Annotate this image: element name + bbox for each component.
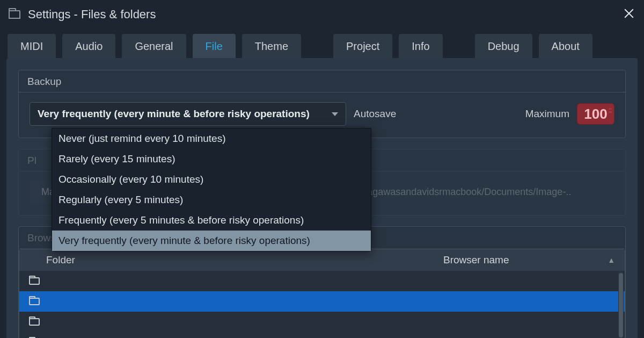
column-folder[interactable]: Folder xyxy=(46,254,443,266)
plugins-partial-header: Pl xyxy=(27,155,36,167)
scroll-thumb[interactable] xyxy=(619,273,623,337)
sort-up-icon[interactable]: ▲ xyxy=(608,256,615,264)
table-row[interactable] xyxy=(19,332,625,338)
tab-debug[interactable]: Debug xyxy=(475,34,532,58)
autosave-option[interactable]: Rarely (every 15 minutes) xyxy=(52,149,371,169)
table-header: Folder Browser name ▲ xyxy=(19,249,625,271)
autosave-option[interactable]: Regularly (every 5 minutes) xyxy=(52,190,371,210)
tab-bar: MIDI Audio General File Theme Project In… xyxy=(0,29,644,58)
table-body xyxy=(19,271,625,338)
autosave-option[interactable]: Frequently (every 5 minutes & before ris… xyxy=(52,210,371,231)
table-row[interactable] xyxy=(19,271,625,291)
window-title: Settings - Files & folders xyxy=(28,8,156,21)
close-icon[interactable] xyxy=(624,8,634,18)
column-browser-name[interactable]: Browser name xyxy=(443,254,608,266)
scrollbar[interactable] xyxy=(618,271,624,338)
backup-header: Backup xyxy=(19,70,625,92)
autosave-option[interactable]: Very frequently (every minute & before r… xyxy=(52,231,371,251)
autosave-dropdown[interactable]: Very frequently (every minute & before r… xyxy=(30,102,346,126)
tab-file[interactable]: File xyxy=(193,34,236,58)
autosave-selected-text: Very frequently (every minute & before r… xyxy=(38,108,310,120)
maximum-label: Maximum xyxy=(525,108,569,120)
tab-audio[interactable]: Audio xyxy=(62,34,115,58)
tab-info[interactable]: Info xyxy=(399,34,442,58)
folder-icon xyxy=(29,277,40,285)
tab-general[interactable]: General xyxy=(122,34,186,58)
tab-about[interactable]: About xyxy=(539,34,592,58)
autosave-option[interactable]: Occasionally (every 10 minutes) xyxy=(52,169,371,190)
maximum-value-field[interactable]: 100 xyxy=(577,103,614,125)
autosave-dropdown-popup: Never (just remind every 10 minutes) Rar… xyxy=(52,128,371,251)
folder-icon xyxy=(29,318,40,326)
autosave-option[interactable]: Never (just remind every 10 minutes) xyxy=(52,128,371,149)
table-row[interactable] xyxy=(19,291,625,312)
folder-icon xyxy=(29,298,40,305)
folder-icon xyxy=(9,10,20,19)
tab-midi[interactable]: MIDI xyxy=(8,34,56,58)
browser-folders-table: Folder Browser name ▲ xyxy=(19,249,625,338)
tab-theme[interactable]: Theme xyxy=(242,34,301,58)
chevron-down-icon xyxy=(332,112,338,116)
folder-path-input[interactable] xyxy=(47,295,428,308)
tab-project[interactable]: Project xyxy=(333,34,392,58)
autosave-label: Autosave xyxy=(354,108,396,120)
table-row[interactable] xyxy=(19,312,625,332)
title-bar: Settings - Files & folders xyxy=(0,0,644,29)
